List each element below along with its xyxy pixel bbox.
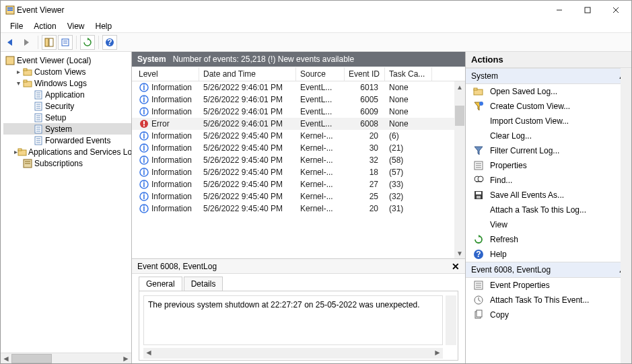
refresh-button[interactable] (80, 35, 95, 50)
props-icon (472, 159, 485, 172)
detail-horizontal-scrollbar[interactable]: ◄► (143, 348, 443, 359)
cell-eventid: 20 (345, 129, 385, 143)
refresh-icon (472, 233, 485, 246)
svg-text:i: i (143, 155, 145, 165)
col-taskcat[interactable]: Task Ca... (385, 67, 432, 81)
tree-label: Windows Logs (34, 79, 87, 88)
help-button[interactable]: ? (102, 35, 117, 50)
action-attach-task-to-this-event-[interactable]: Attach Task To This Event... (466, 293, 631, 307)
svg-text:i: i (143, 192, 145, 201)
properties-button[interactable] (58, 35, 73, 50)
tree-horizontal-scrollbar[interactable]: ◄ ► (1, 353, 131, 363)
tree-item-security[interactable]: ·Security (3, 100, 131, 112)
help-icon: ? (472, 248, 485, 260)
svg-text:i: i (143, 204, 145, 213)
menu-help[interactable]: Help (90, 20, 118, 32)
cell-source: Kernel-... (296, 178, 345, 191)
col-level[interactable]: Level (135, 67, 199, 81)
maximize-button[interactable] (573, 1, 602, 20)
cell-level: Information (151, 192, 192, 201)
column-headers[interactable]: Level Date and Time Source Event ID Task… (132, 67, 465, 81)
actions-group-system[interactable]: System ▲ (466, 68, 631, 84)
action-find-[interactable]: Find... (466, 173, 631, 188)
tree-item-applications-and-services-lo[interactable]: ▸Applications and Services Lo (3, 146, 131, 157)
tree-label: System (45, 124, 72, 134)
action-open-saved-log-[interactable]: Open Saved Log... (466, 84, 631, 99)
toolbar-separator (98, 36, 99, 49)
col-source[interactable]: Source (296, 67, 345, 81)
tab-general[interactable]: General (139, 277, 182, 291)
expand-icon[interactable]: · (25, 102, 33, 110)
tree-item-forwarded-events[interactable]: ·Forwarded Events (3, 135, 131, 146)
expand-icon[interactable]: · (14, 159, 22, 167)
svg-rect-54 (143, 121, 145, 124)
action-view[interactable]: View▶ (466, 217, 631, 232)
cell-source: Kernel-... (296, 141, 345, 155)
expand-icon[interactable]: · (25, 125, 33, 133)
svg-point-73 (479, 102, 483, 106)
svg-rect-84 (477, 196, 481, 198)
tree-label: Security (45, 102, 74, 111)
action-attach-a-task-to-this-log-[interactable]: Attach a Task To this Log... (466, 203, 631, 217)
action-create-custom-view-[interactable]: Create Custom View... (466, 99, 631, 114)
tree-item-system[interactable]: ·System (3, 123, 131, 135)
action-help[interactable]: ?Help▶ (466, 247, 631, 262)
folder-icon (22, 78, 33, 89)
expand-icon[interactable]: ▾ (14, 79, 22, 87)
menu-file[interactable]: File (5, 20, 28, 32)
event-list-scrollbar[interactable]: ▲ ▼ (454, 81, 465, 258)
menu-view[interactable]: View (62, 20, 90, 32)
cell-datetime: 5/26/2022 9:45:40 PM (199, 178, 296, 191)
action-copy[interactable]: Copy▶ (466, 307, 631, 322)
actions-group-event[interactable]: Event 6008, EventLog ▲ (466, 262, 631, 278)
event-viewer-icon (5, 55, 15, 66)
tree-item-windows-logs[interactable]: ▾Windows Logs (3, 77, 131, 89)
cell-datetime: 5/26/2022 9:45:40 PM (199, 190, 296, 203)
col-datetime[interactable]: Date and Time (199, 67, 296, 81)
folder-open-icon (472, 85, 485, 98)
action-import-custom-view-[interactable]: Import Custom View... (466, 114, 631, 129)
tree-label: Forwarded Events (45, 136, 110, 145)
action-label: Create Custom View... (490, 102, 570, 111)
cell-eventid: 30 (345, 141, 385, 155)
action-label: Save All Events As... (490, 190, 564, 200)
info-icon: i (139, 131, 149, 141)
cell-taskcat: (57) (385, 166, 432, 179)
close-button[interactable] (602, 1, 630, 20)
event-list[interactable]: iInformation5/26/2022 9:46:01 PMEventL..… (132, 81, 465, 258)
blank-icon (472, 219, 485, 231)
detail-vertical-scrollbar[interactable] (446, 295, 456, 345)
expand-icon[interactable]: · (25, 137, 33, 144)
event-row[interactable]: iInformation5/26/2022 9:45:40 PMKernel-.… (132, 203, 465, 215)
minimize-button[interactable] (545, 1, 573, 20)
menu-action[interactable]: Action (28, 20, 61, 32)
action-refresh[interactable]: Refresh (466, 232, 631, 247)
cell-datetime: 5/26/2022 9:45:40 PM (199, 202, 296, 215)
expand-icon[interactable]: ▸ (14, 68, 22, 75)
nav-forward-button[interactable] (20, 35, 34, 50)
cell-level: Information (151, 180, 192, 189)
info-icon: i (139, 82, 149, 93)
log-icon (33, 112, 44, 123)
tree-item-setup[interactable]: ·Setup (3, 112, 131, 123)
tree-root[interactable]: Event Viewer (Local) (3, 54, 131, 66)
action-clear-log-[interactable]: Clear Log... (466, 129, 631, 143)
navigation-tree[interactable]: Event Viewer (Local) ▸Custom Views▾Windo… (1, 52, 131, 353)
tree-item-application[interactable]: ·Application (3, 89, 131, 100)
actions-scrollbar[interactable] (621, 68, 631, 363)
expand-icon[interactable]: · (25, 114, 33, 121)
col-eventid[interactable]: Event ID (345, 67, 385, 81)
tree-item-custom-views[interactable]: ▸Custom Views (3, 66, 131, 77)
detail-close-button[interactable]: ✕ (452, 261, 460, 272)
action-save-all-events-as-[interactable]: Save All Events As... (466, 188, 631, 203)
tree-item-subscriptions[interactable]: ·Subscriptions (3, 157, 131, 169)
action-filter-current-log-[interactable]: Filter Current Log... (466, 143, 631, 158)
tab-details[interactable]: Details (184, 277, 223, 291)
log-icon (33, 135, 44, 146)
info-icon: i (139, 179, 149, 190)
action-properties[interactable]: Properties (466, 158, 631, 173)
action-event-properties[interactable]: Event Properties (466, 278, 631, 293)
nav-back-button[interactable] (3, 35, 18, 50)
expand-icon[interactable]: · (25, 91, 33, 98)
show-hide-tree-button[interactable] (42, 35, 57, 50)
